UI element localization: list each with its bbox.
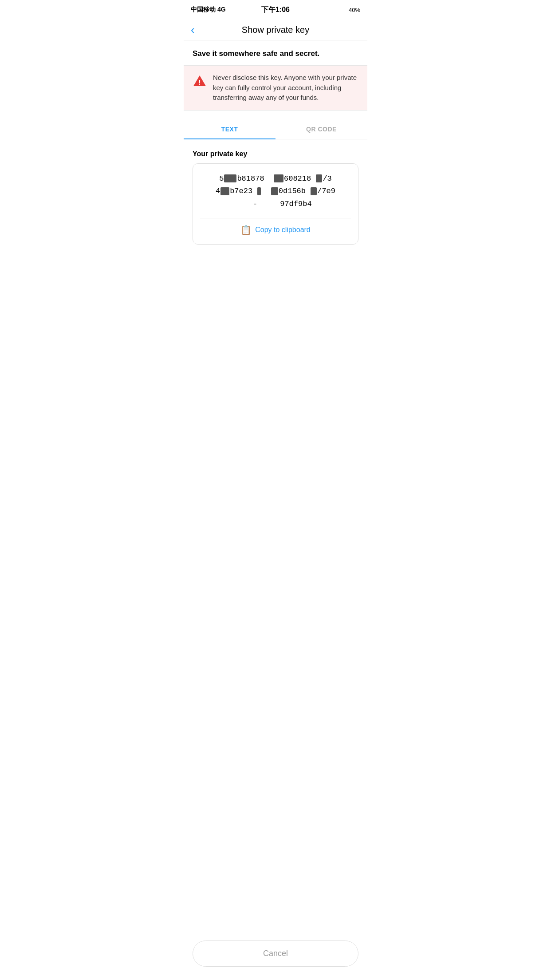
safe-text: Save it somewhere safe and secret.: [193, 49, 358, 58]
status-bar: 中国移动 4G 下午1:06 40%: [184, 0, 367, 20]
divider: [200, 218, 351, 218]
svg-text:!: !: [198, 79, 201, 87]
copy-icon: 📋: [240, 225, 252, 235]
private-key-box: 5b81878 608218 /3 4b7e23 0d156b /7e9 - 9…: [193, 163, 358, 245]
carrier-text: 中国移动 4G: [191, 6, 226, 14]
tab-qr-code[interactable]: QR CODE: [276, 119, 367, 139]
tabs-container: TEXT QR CODE: [184, 119, 367, 139]
safe-section: Save it somewhere safe and secret.: [184, 40, 367, 66]
copy-label: Copy to clipboard: [255, 226, 311, 234]
warning-text: Never disclose this key. Anyone with you…: [213, 73, 358, 103]
private-key-label: Your private key: [193, 150, 358, 158]
nav-bar: ‹ Show private key: [184, 20, 367, 40]
battery-text: 40%: [349, 7, 360, 13]
warning-icon: !: [193, 74, 207, 88]
copy-to-clipboard-button[interactable]: 📋 Copy to clipboard: [200, 225, 351, 235]
time-text: 下午1:06: [261, 5, 290, 15]
warning-banner: ! Never disclose this key. Anyone with y…: [184, 66, 367, 111]
tab-text[interactable]: TEXT: [184, 119, 276, 139]
page-title: Show private key: [242, 25, 309, 35]
private-key-text: 5b81878 608218 /3 4b7e23 0d156b /7e9 - 9…: [200, 173, 351, 211]
back-button[interactable]: ‹: [191, 24, 195, 36]
content-area: Your private key 5b81878 608218 /3 4b7e2…: [184, 139, 367, 256]
